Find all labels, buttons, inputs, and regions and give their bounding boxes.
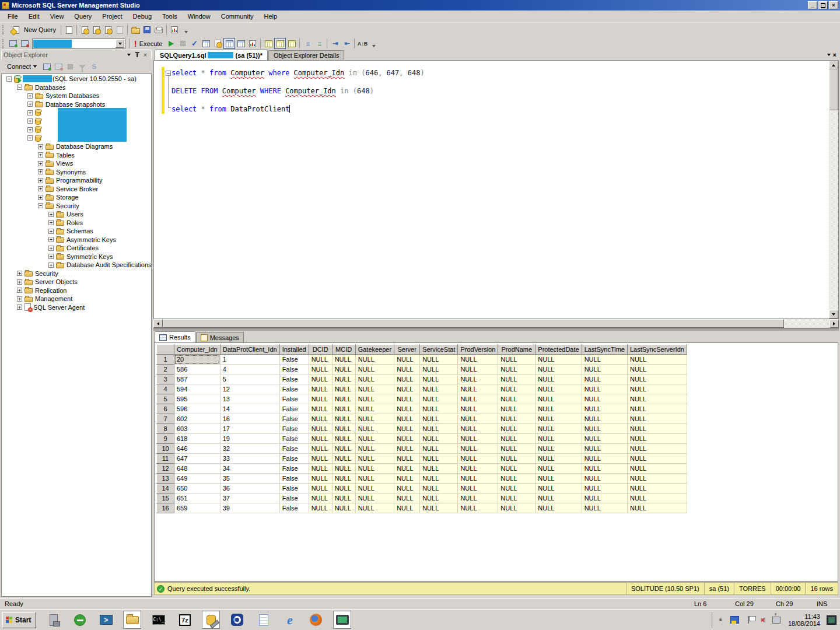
grid-cell[interactable]: 16 <box>220 414 279 424</box>
grid-cell[interactable]: 649 <box>174 474 220 484</box>
remote-session-display-icon[interactable] <box>827 615 836 625</box>
restore-button[interactable] <box>818 1 828 9</box>
tree-item-symmetric-keys[interactable]: +Symmetric Keys <box>2 253 151 261</box>
grid-cell[interactable]: NULL <box>458 374 498 384</box>
column-header-servicestat[interactable]: ServiceStat <box>420 345 458 355</box>
grid-cell[interactable]: NULL <box>394 454 420 464</box>
results-to-text-icon[interactable] <box>262 38 274 49</box>
row-header-cell[interactable]: 16 <box>157 503 174 513</box>
grid-cell[interactable]: NULL <box>458 454 498 464</box>
grid-cell[interactable]: NULL <box>309 474 332 484</box>
tree-item-sql-server-agent[interactable]: +SQL Server Agent <box>2 303 151 312</box>
new-query-button[interactable]: New Query <box>7 24 59 36</box>
grid-cell[interactable]: NULL <box>355 444 394 454</box>
editor-horizontal-scrollbar[interactable] <box>153 319 839 328</box>
toolbar-grip[interactable] <box>2 39 5 48</box>
grid-cell[interactable]: False <box>279 444 309 454</box>
row-header-cell[interactable]: 7 <box>157 414 174 424</box>
row-header-cell[interactable]: 2 <box>157 365 174 374</box>
tab-object-explorer-details[interactable]: Object Explorer Details <box>268 50 345 60</box>
available-databases-combobox[interactable] <box>32 38 125 49</box>
windows-explorer-icon[interactable] <box>123 611 141 629</box>
tree-expander-icon[interactable]: + <box>27 110 33 116</box>
tab-results[interactable]: Results <box>155 331 195 342</box>
toolbar-overflow-icon[interactable] <box>180 24 192 36</box>
tree-expander-icon[interactable]: − <box>38 203 43 208</box>
combo-dropdown-button[interactable] <box>116 40 124 48</box>
hide-icons-chevron-icon[interactable]: « <box>716 615 726 625</box>
tree-expander-icon[interactable]: + <box>38 169 43 174</box>
grid-cell[interactable]: False <box>279 404 309 414</box>
grid-cell[interactable]: NULL <box>420 503 458 513</box>
column-header-prodname[interactable]: ProdName <box>498 345 536 355</box>
grid-cell[interactable]: NULL <box>394 365 420 374</box>
script-icon[interactable]: S <box>88 61 100 72</box>
outline-collapse-icon[interactable] <box>166 71 171 76</box>
grid-cell[interactable]: NULL <box>536 424 582 434</box>
grid-cell[interactable]: 35 <box>220 474 279 484</box>
execute-button[interactable]: ! Execute <box>131 38 165 50</box>
server-manager-icon[interactable] <box>44 611 62 629</box>
grid-cell[interactable]: 34 <box>220 464 279 474</box>
column-header-installed[interactable]: Installed <box>279 345 309 355</box>
grid-cell[interactable]: 586 <box>174 365 220 374</box>
grid-cell[interactable]: NULL <box>582 434 627 444</box>
grid-cell[interactable]: NULL <box>332 374 355 384</box>
grid-cell[interactable]: NULL <box>458 355 498 365</box>
column-header-gatekeeper[interactable]: Gatekeeper <box>355 345 394 355</box>
query-designer-icon[interactable] <box>212 38 223 49</box>
parse-icon[interactable]: ✓ <box>188 38 200 49</box>
grid-cell[interactable]: NULL <box>355 424 394 434</box>
column-header-server[interactable]: Server <box>394 345 420 355</box>
grid-cell[interactable]: 17 <box>220 424 279 434</box>
powershell-icon[interactable] <box>97 611 115 629</box>
tree-expander-icon[interactable]: + <box>38 186 43 191</box>
grid-cell[interactable]: NULL <box>498 365 536 374</box>
change-database-icon[interactable] <box>19 38 30 49</box>
menu-file[interactable]: File <box>2 12 23 21</box>
grid-cell[interactable]: NULL <box>582 454 627 464</box>
grid-cell[interactable]: NULL <box>536 355 582 365</box>
grid-cell[interactable]: NULL <box>420 424 458 434</box>
row-header-cell[interactable]: 8 <box>157 424 174 434</box>
grid-cell[interactable]: NULL <box>394 474 420 484</box>
grid-cell[interactable]: NULL <box>498 394 536 404</box>
tree-expander-icon[interactable]: + <box>48 246 54 251</box>
auto-hide-pin-icon[interactable] <box>133 51 141 59</box>
grid-cell[interactable]: NULL <box>536 394 582 404</box>
tree-expander-icon[interactable]: + <box>27 93 33 99</box>
tree-item--sql-server-10-50-2550-sa-[interactable]: −(SQL Server 10.50.2550 - sa) <box>2 75 151 83</box>
grid-cell[interactable]: NULL <box>309 484 332 494</box>
toolbar-grip[interactable] <box>2 25 5 34</box>
grid-cell[interactable]: NULL <box>536 444 582 454</box>
grid-cell[interactable]: NULL <box>355 434 394 444</box>
grid-cell[interactable]: False <box>279 355 309 365</box>
grid-cell[interactable]: NULL <box>309 355 332 365</box>
grid-cell[interactable]: NULL <box>332 464 355 474</box>
tree-expander-icon[interactable]: − <box>27 135 33 141</box>
grid-cell[interactable]: NULL <box>420 464 458 474</box>
menu-community[interactable]: Community <box>216 12 259 21</box>
menu-tools[interactable]: Tools <box>157 12 183 21</box>
grid-cell[interactable]: NULL <box>394 404 420 414</box>
internet-explorer-icon[interactable] <box>281 611 299 629</box>
editor-line-3[interactable]: DELETE FROM Computer WHERE Computer_Idn … <box>172 87 828 96</box>
include-actual-plan-icon[interactable] <box>235 38 247 49</box>
editor-line-2[interactable] <box>172 78 828 86</box>
network-tool-icon[interactable] <box>71 611 89 629</box>
editor-text[interactable]: select * from Computer where Computer_Id… <box>172 69 828 114</box>
grid-cell[interactable]: NULL <box>332 444 355 454</box>
grid-cell[interactable]: NULL <box>627 365 687 374</box>
disconnect-icon[interactable] <box>53 61 65 72</box>
close-document-icon[interactable]: × <box>833 51 836 58</box>
scroll-right-icon[interactable] <box>830 319 839 328</box>
grid-cell[interactable]: NULL <box>420 414 458 424</box>
column-header-lastsynctime[interactable]: LastSyncTime <box>582 345 627 355</box>
grid-cell[interactable]: NULL <box>536 365 582 374</box>
grid-cell[interactable]: NULL <box>420 444 458 454</box>
grid-cell[interactable]: NULL <box>332 404 355 414</box>
grid-cell[interactable]: NULL <box>498 414 536 424</box>
grid-cell[interactable]: NULL <box>627 434 687 444</box>
grid-cell[interactable]: NULL <box>498 374 536 384</box>
grid-cell[interactable]: NULL <box>394 464 420 474</box>
